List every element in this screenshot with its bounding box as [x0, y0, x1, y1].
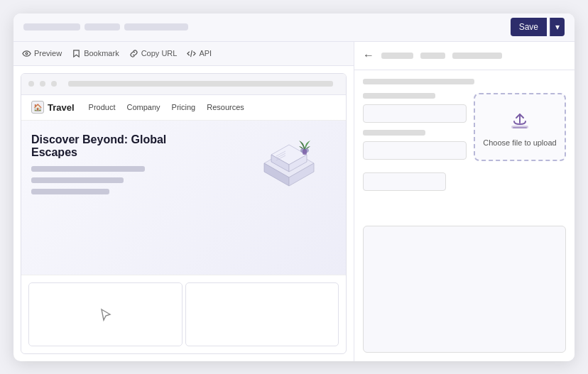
copy-url-button[interactable]: Copy URL — [129, 49, 178, 58]
right-left-col — [363, 93, 467, 219]
preview-toolbar: Preview Bookmark Copy URL API — [13, 42, 354, 66]
hero-section: Discover Beyond: Global Escapes — [21, 121, 346, 275]
field-label-2 — [363, 130, 425, 136]
api-button[interactable]: API — [187, 49, 212, 58]
right-nav-ph-2 — [420, 53, 445, 59]
url-bar — [68, 81, 333, 87]
field-label-1 — [363, 93, 435, 99]
topbar-placeholder-2 — [85, 23, 120, 31]
site-logo-label: Travel — [48, 102, 75, 113]
top-bar-left — [23, 23, 505, 31]
upload-icon — [507, 107, 533, 133]
nav-company[interactable]: Company — [127, 103, 160, 111]
file-upload-area[interactable]: Choose file to upload — [474, 93, 566, 161]
bookmark-icon — [72, 49, 81, 58]
right-top-nav: ← — [354, 42, 575, 70]
bookmark-button[interactable]: Bookmark — [72, 49, 119, 58]
input-field-3[interactable] — [363, 172, 446, 191]
browser-nav — [21, 74, 346, 95]
nav-dot-1 — [28, 81, 34, 87]
right-panel-content: Choose file to upload — [354, 70, 575, 361]
input-field-1[interactable] — [363, 104, 467, 123]
eye-icon — [22, 49, 31, 58]
bottom-box-right — [185, 282, 339, 346]
input-field-2[interactable] — [363, 141, 467, 160]
site-nav-items: Product Company Pricing Resources — [89, 103, 244, 111]
code-icon — [187, 49, 196, 58]
text-area-field[interactable] — [363, 226, 566, 353]
link-icon — [129, 49, 138, 58]
back-arrow-button[interactable]: ← — [363, 49, 374, 62]
nav-dot-2 — [40, 81, 45, 87]
right-right-col: Choose file to upload — [474, 93, 566, 219]
form-label-1 — [363, 79, 474, 84]
save-dropdown-button[interactable]: ▾ — [550, 18, 565, 36]
logo-icon: 🏠 — [31, 101, 44, 114]
browser-frame: 🏠 Travel Product Company Pricing Resourc… — [21, 73, 347, 354]
main-window: Save ▾ Preview Bookmark Copy U — [13, 13, 575, 361]
preview-label: Preview — [34, 49, 62, 57]
top-bar: Save ▾ — [13, 13, 575, 42]
svg-point-0 — [26, 53, 28, 55]
upload-icon-wrap — [507, 107, 533, 133]
right-panel: ← — [354, 42, 575, 361]
hero-title: Discover Beyond: Global Escapes — [31, 133, 173, 159]
right-nav-ph-3 — [452, 53, 502, 59]
api-label: API — [199, 49, 212, 57]
bottom-box-left — [28, 282, 183, 346]
svg-rect-8 — [303, 149, 307, 155]
svg-rect-13 — [513, 127, 527, 128]
cursor-icon — [97, 307, 113, 322]
bottom-boxes-row — [21, 275, 346, 353]
nav-dot-3 — [51, 81, 57, 87]
copy-url-label: Copy URL — [141, 49, 178, 57]
hero-text-3 — [31, 189, 109, 194]
form-section-top — [363, 79, 566, 86]
site-logo: 🏠 Travel — [31, 101, 75, 114]
nav-pricing[interactable]: Pricing — [172, 103, 196, 111]
right-nav-ph-1 — [381, 53, 413, 59]
topbar-placeholder-3 — [124, 23, 188, 31]
content-area: Preview Bookmark Copy URL API — [13, 42, 575, 361]
upload-label: Choose file to upload — [483, 138, 556, 147]
site-nav: 🏠 Travel Product Company Pricing Resourc… — [21, 95, 346, 121]
right-main-row: Choose file to upload — [363, 93, 566, 219]
preview-button[interactable]: Preview — [22, 49, 62, 58]
top-bar-buttons: Save ▾ — [511, 18, 565, 36]
nav-resources[interactable]: Resources — [207, 103, 244, 111]
left-panel: Preview Bookmark Copy URL API — [13, 42, 354, 361]
save-button[interactable]: Save — [511, 18, 547, 36]
nav-product[interactable]: Product — [89, 103, 116, 111]
bookmark-label: Bookmark — [84, 49, 119, 57]
hero-text-2 — [31, 177, 124, 183]
topbar-placeholder-1 — [23, 23, 80, 31]
hero-text-1 — [31, 166, 145, 172]
chevron-down-icon: ▾ — [555, 22, 560, 32]
hero-illustration — [246, 128, 332, 199]
